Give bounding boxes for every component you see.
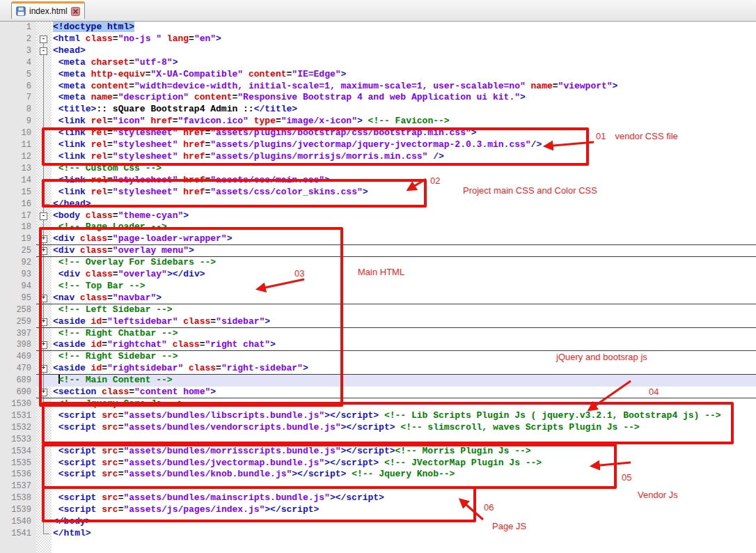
code-line-1533[interactable]: 1533	[0, 434, 756, 446]
line-number[interactable]: 259	[0, 316, 36, 328]
line-number[interactable]: 93	[0, 269, 36, 281]
code-line-19[interactable]: 19+<div class="page-loader-wrapper">	[0, 233, 756, 245]
fold-expand-icon[interactable]: +	[36, 339, 52, 351]
line-number[interactable]: 17	[0, 210, 36, 222]
line-number[interactable]: 258	[0, 304, 36, 316]
line-number[interactable]: 397	[0, 328, 36, 340]
code-line-690[interactable]: 690+<section class="content home">	[0, 387, 756, 398]
line-number[interactable]: 3	[0, 45, 36, 57]
fold-expand-icon[interactable]: +	[36, 316, 52, 328]
code-line-398[interactable]: 398+<aside id="rightchat" class="right c…	[0, 339, 756, 351]
fold-expand-icon[interactable]: +	[36, 233, 52, 245]
fold-expand-icon[interactable]: +	[36, 387, 52, 398]
code-line-6[interactable]: 6 <meta content="width=device-width, ini…	[0, 81, 756, 93]
fold-collapse-icon[interactable]: -	[36, 45, 52, 57]
line-number[interactable]: 4	[0, 57, 36, 69]
code-text: <!-- Main Content -->	[52, 375, 756, 387]
line-number[interactable]: 8	[0, 104, 36, 116]
line-number[interactable]: 398	[0, 339, 36, 351]
code-line-1539[interactable]: 1539 <script src="assets/js/pages/index.…	[0, 504, 756, 516]
code-line-7[interactable]: 7 <meta name="description" content="Resp…	[0, 92, 756, 104]
code-line-3[interactable]: 3-<head>	[0, 45, 756, 57]
line-number[interactable]: 1531	[0, 410, 36, 422]
line-number[interactable]: 470	[0, 363, 36, 375]
line-number[interactable]: 1540	[0, 516, 36, 528]
code-line-16[interactable]: 16</head>	[0, 198, 756, 210]
line-number[interactable]: 1536	[0, 469, 36, 481]
fold-margin-cell	[36, 92, 52, 104]
line-number[interactable]: 13	[0, 163, 36, 175]
line-number[interactable]: 12	[0, 151, 36, 163]
line-number[interactable]: 16	[0, 198, 36, 210]
code-line-397[interactable]: 397 <!-- Right Chatbar -->	[0, 328, 756, 340]
fold-collapse-icon[interactable]: -	[36, 210, 52, 222]
line-number[interactable]: 7	[0, 92, 36, 104]
code-line-25[interactable]: 25+<div class="overlay menu">	[0, 245, 756, 257]
line-number[interactable]: 6	[0, 81, 36, 93]
line-number[interactable]: 94	[0, 281, 36, 293]
line-number[interactable]: 469	[0, 351, 36, 363]
line-number[interactable]: 690	[0, 387, 36, 398]
line-number[interactable]: 9	[0, 116, 36, 127]
code-line-9[interactable]: 9 <link rel="icon" href="favicon.ico" ty…	[0, 116, 756, 127]
line-number[interactable]: 25	[0, 245, 36, 257]
code-line-1535[interactable]: 1535 <script src="assets/bundles/jvector…	[0, 458, 756, 469]
line-number[interactable]: 1538	[0, 492, 36, 504]
code-line-13[interactable]: 13 <!-- Custom Css -->	[0, 163, 756, 175]
code-text: <script src="assets/js/pages/index.js"><…	[52, 504, 756, 516]
code-line-1541[interactable]: 1541</html>	[0, 528, 756, 540]
line-number[interactable]: 1530	[0, 398, 36, 410]
line-number[interactable]: 11	[0, 139, 36, 151]
code-line-4[interactable]: 4 <meta charset="utf-8">	[0, 57, 756, 69]
line-number[interactable]: 15	[0, 187, 36, 198]
line-number[interactable]: 18	[0, 221, 36, 233]
code-line-1531[interactable]: 1531 <script src="assets/bundles/libscri…	[0, 410, 756, 422]
code-line-15[interactable]: 15 <link rel="stylesheet" href="assets/c…	[0, 187, 756, 198]
code-line-5[interactable]: 5 <meta http-equiv="X-UA-Compatible" con…	[0, 69, 756, 81]
fold-margin-cell	[36, 257, 52, 269]
line-number[interactable]: 14	[0, 175, 36, 187]
line-number[interactable]: 1533	[0, 434, 36, 446]
fold-expand-icon[interactable]: +	[36, 245, 52, 257]
code-line-12[interactable]: 12 <link rel="stylesheet" href="assets/p…	[0, 151, 756, 163]
code-line-14[interactable]: 14 <link rel="stylesheet" href="assets/c…	[0, 175, 756, 187]
code-line-259[interactable]: 259+<aside id="leftsidebar" class="sideb…	[0, 316, 756, 328]
code-line-1532[interactable]: 1532 <script src="assets/bundles/vendors…	[0, 422, 756, 434]
line-number[interactable]: 92	[0, 257, 36, 269]
code-line-1536[interactable]: 1536 <script src="assets/bundles/knob.bu…	[0, 469, 756, 481]
line-number[interactable]: 1537	[0, 481, 36, 492]
line-number[interactable]: 5	[0, 69, 36, 81]
line-number[interactable]: 19	[0, 233, 36, 245]
line-number[interactable]: 2	[0, 33, 36, 45]
code-line-95[interactable]: 95+<nav class="navbar">	[0, 293, 756, 304]
code-line-1534[interactable]: 1534 <script src="assets/bundles/morriss…	[0, 446, 756, 458]
fold-margin-cell	[36, 163, 52, 175]
line-number[interactable]: 1539	[0, 504, 36, 516]
code-line-1[interactable]: 1<!doctype html>	[0, 22, 756, 33]
fold-expand-icon[interactable]: +	[36, 363, 52, 375]
line-number[interactable]: 1541	[0, 528, 36, 540]
code-line-1540[interactable]: 1540</body>	[0, 516, 756, 528]
code-line-470[interactable]: 470+<aside id="rightsidebar" class="righ…	[0, 363, 756, 375]
code-line-94[interactable]: 94 <!-- Top Bar -->	[0, 281, 756, 293]
line-number[interactable]: 1535	[0, 458, 36, 469]
code-line-8[interactable]: 8 <title>:: sQuare Bootstrap4 Admin ::</…	[0, 104, 756, 116]
line-number[interactable]: 689	[0, 375, 36, 387]
close-tab-icon[interactable]	[71, 7, 80, 16]
code-text: <script src="assets/bundles/knob.bundle.…	[52, 469, 756, 481]
code-line-17[interactable]: 17-<body class="theme-cyan">	[0, 210, 756, 222]
line-number[interactable]: 10	[0, 127, 36, 139]
fold-collapse-icon[interactable]: -	[36, 33, 52, 45]
fold-expand-icon[interactable]: +	[36, 293, 52, 304]
code-line-2[interactable]: 2-<html class="no-js " lang="en">	[0, 33, 756, 45]
line-number[interactable]: 1	[0, 22, 36, 33]
code-line-258[interactable]: 258 <!-- Left Sidebar -->	[0, 304, 756, 316]
code-line-689[interactable]: 689 <!-- Main Content -->	[0, 375, 756, 387]
code-editor[interactable]: 1<!doctype html>2-<html class="no-js " l…	[0, 22, 756, 553]
code-line-1530[interactable]: 1530 <!-- Jquery Core Js -->	[0, 398, 756, 410]
line-number[interactable]: 1532	[0, 422, 36, 434]
tab-index-html[interactable]: index.html	[11, 1, 85, 19]
line-number[interactable]: 1534	[0, 446, 36, 458]
line-number[interactable]: 95	[0, 293, 36, 304]
code-line-18[interactable]: 18 <!-- Page Loader -->	[0, 221, 756, 233]
